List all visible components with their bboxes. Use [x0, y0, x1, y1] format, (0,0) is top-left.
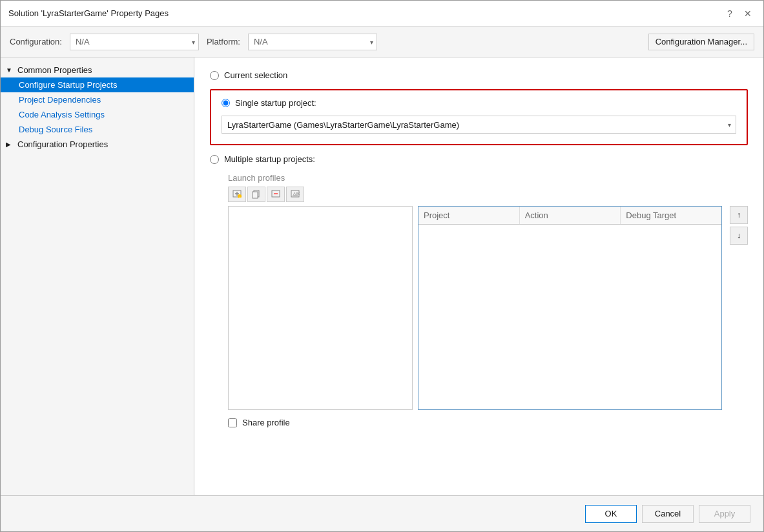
multiple-startup-radio[interactable]: [210, 155, 219, 164]
grid-body: [418, 225, 721, 409]
toolbar-row: Configuration: N/A Platform: N/A Configu…: [1, 26, 763, 57]
common-properties-label: Common Properties: [17, 65, 92, 75]
project-combo-wrapper: LyraStarterGame (Games\LyraStarterGame\L…: [222, 116, 736, 134]
grid-header: Project Action Debug Target: [418, 207, 721, 225]
title-bar: Solution 'LyraStarterGame' Property Page…: [1, 1, 763, 26]
help-button[interactable]: ?: [722, 6, 738, 21]
platform-combo[interactable]: N/A: [248, 34, 377, 50]
expand-icon: ▶: [6, 141, 15, 148]
dialog-window: Solution 'LyraStarterGame' Property Page…: [0, 0, 764, 532]
copy-icon: [252, 190, 261, 199]
sidebar-item-code-analysis[interactable]: Code Analysis Settings: [1, 107, 194, 122]
action-col-header: Action: [520, 207, 621, 224]
multiple-startup-section: Multiple startup projects: Launch profil…: [210, 154, 748, 427]
title-bar-left: Solution 'LyraStarterGame' Property Page…: [8, 8, 169, 18]
config-manager-button[interactable]: Configuration Manager...: [648, 34, 754, 50]
launch-tools: +: [228, 187, 748, 202]
ok-button[interactable]: OK: [585, 505, 637, 523]
projects-grid: Project Action Debug Target: [418, 206, 722, 410]
title-bar-right: ? ✕: [722, 6, 756, 21]
cancel-button[interactable]: Cancel: [642, 505, 694, 523]
single-startup-box: Single startup project: LyraStarterGame …: [210, 89, 748, 145]
project-dependencies-label: Project Dependencies: [19, 95, 101, 105]
rename-profile-button[interactable]: ABC: [286, 187, 304, 202]
single-startup-label[interactable]: Single startup project:: [235, 98, 316, 108]
launch-profiles-label: Launch profiles: [228, 173, 748, 183]
remove-profile-button[interactable]: [267, 187, 285, 202]
close-button[interactable]: ✕: [740, 6, 756, 21]
sidebar-item-configure-startup[interactable]: Configure Startup Projects: [1, 77, 194, 92]
add-icon: +: [232, 190, 242, 199]
debug-source-label: Debug Source Files: [19, 125, 92, 134]
sidebar-item-debug-source[interactable]: Debug Source Files: [1, 122, 194, 137]
remove-icon: [271, 190, 280, 199]
main-panel: Current selection Single startup project…: [194, 57, 763, 495]
sidebar: ▼ Common Properties Configure Startup Pr…: [1, 57, 194, 495]
current-selection-row: Current selection: [210, 70, 748, 80]
apply-button[interactable]: Apply: [699, 505, 750, 523]
sidebar-item-project-dependencies[interactable]: Project Dependencies: [1, 92, 194, 107]
svg-text:ABC: ABC: [293, 192, 300, 196]
rename-icon: ABC: [291, 190, 300, 199]
launch-profiles-list[interactable]: [228, 206, 413, 410]
configuration-label: Configuration:: [10, 37, 62, 46]
move-down-button[interactable]: ↓: [730, 227, 748, 245]
configuration-combo-wrapper: N/A: [70, 34, 199, 50]
share-profile-row: Share profile: [228, 418, 748, 427]
bottom-bar: OK Cancel Apply: [1, 495, 763, 531]
sidebar-item-common-properties[interactable]: ▼ Common Properties: [1, 63, 194, 77]
configuration-combo[interactable]: N/A: [70, 34, 199, 50]
arrow-buttons: ↑ ↓: [730, 206, 748, 410]
project-combo[interactable]: LyraStarterGame (Games\LyraStarterGame\L…: [222, 116, 736, 134]
current-selection-label[interactable]: Current selection: [224, 70, 287, 80]
code-analysis-label: Code Analysis Settings: [19, 110, 105, 119]
content-area: ▼ Common Properties Configure Startup Pr…: [1, 57, 763, 495]
move-up-button[interactable]: ↑: [730, 206, 748, 224]
copy-profile-button[interactable]: [247, 187, 265, 202]
platform-label: Platform:: [207, 37, 240, 46]
add-profile-button[interactable]: +: [228, 187, 246, 202]
project-col-header: Project: [418, 207, 520, 224]
current-selection-radio[interactable]: [210, 71, 219, 80]
dialog-title: Solution 'LyraStarterGame' Property Page…: [8, 8, 169, 18]
svg-text:+: +: [239, 195, 242, 199]
svg-rect-6: [253, 192, 258, 198]
debug-target-col-header: Debug Target: [621, 207, 721, 224]
configuration-properties-label: Configuration Properties: [17, 139, 108, 149]
multiple-startup-row: Multiple startup projects:: [210, 154, 748, 164]
share-profile-label[interactable]: Share profile: [242, 418, 290, 427]
sidebar-item-configuration-properties[interactable]: ▶ Configuration Properties: [1, 137, 194, 152]
platform-combo-wrapper: N/A: [248, 34, 377, 50]
multiple-startup-label[interactable]: Multiple startup projects:: [224, 154, 315, 164]
single-startup-row: Single startup project:: [222, 98, 736, 108]
configure-startup-label: Configure Startup Projects: [19, 80, 117, 90]
collapse-icon: ▼: [6, 66, 15, 74]
single-startup-radio[interactable]: [222, 99, 230, 107]
share-profile-checkbox[interactable]: [228, 418, 237, 427]
